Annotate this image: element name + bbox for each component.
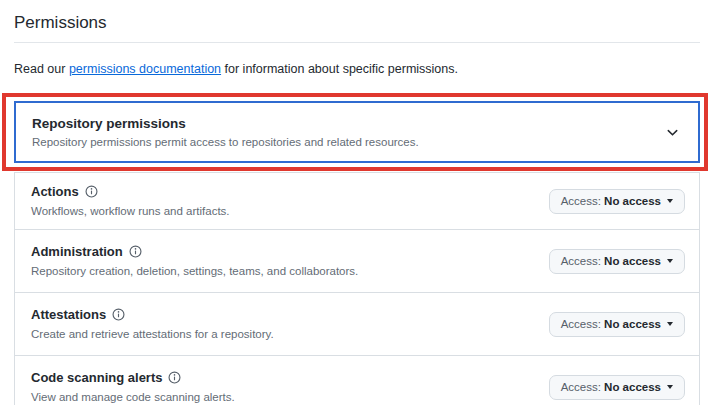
- access-value: No access: [604, 195, 661, 207]
- permission-info: Attestations Create and retrieve attesta…: [31, 307, 274, 342]
- page-title: Permissions: [14, 0, 700, 43]
- access-dropdown[interactable]: Access: No access: [549, 375, 685, 400]
- intro-text-before: Read our: [14, 62, 69, 76]
- access-value: No access: [604, 318, 661, 330]
- caret-down-icon: [667, 199, 673, 203]
- info-icon[interactable]: [85, 185, 98, 198]
- info-icon[interactable]: [129, 245, 142, 258]
- access-label: Access:: [561, 195, 601, 207]
- caret-down-icon: [667, 385, 673, 389]
- intro-text: Read our permissions documentation for i…: [14, 61, 700, 77]
- caret-down-icon: [667, 259, 673, 263]
- permission-description: Workflows, workflow runs and artifacts.: [31, 204, 230, 219]
- access-label: Access:: [561, 381, 601, 393]
- repository-permissions-text: Repository permissions Repository permis…: [32, 115, 419, 150]
- access-dropdown[interactable]: Access: No access: [549, 189, 685, 214]
- repository-permissions-description: Repository permissions permit access to …: [32, 135, 419, 150]
- permissions-documentation-link[interactable]: permissions documentation: [69, 62, 221, 76]
- info-icon[interactable]: [112, 308, 125, 321]
- permission-row-attestations: Attestations Create and retrieve attesta…: [15, 292, 699, 355]
- access-value: No access: [604, 255, 661, 267]
- permission-description: View and manage code scanning alerts.: [31, 390, 235, 405]
- chevron-down-icon: [665, 125, 680, 140]
- intro-text-after: for information about specific permissio…: [221, 62, 458, 76]
- permission-title: Administration: [31, 244, 123, 260]
- permission-row-code-scanning-alerts: Code scanning alerts View and manage cod…: [15, 355, 699, 405]
- permissions-page: Permissions Read our permissions documen…: [0, 0, 720, 405]
- repository-permissions-title: Repository permissions: [32, 115, 419, 132]
- permission-info: Code scanning alerts View and manage cod…: [31, 370, 235, 405]
- permission-description: Create and retrieve attestations for a r…: [31, 327, 274, 342]
- access-label: Access:: [561, 255, 601, 267]
- permission-description: Repository creation, deletion, settings,…: [31, 264, 358, 279]
- permission-title: Actions: [31, 184, 79, 200]
- repository-permissions-toggle[interactable]: Repository permissions Repository permis…: [14, 101, 700, 163]
- access-label: Access:: [561, 318, 601, 330]
- permission-title: Attestations: [31, 307, 106, 323]
- permission-info: Administration Repository creation, dele…: [31, 244, 358, 279]
- permission-info: Actions Workflows, workflow runs and art…: [31, 184, 230, 219]
- permission-row-actions: Actions Workflows, workflow runs and art…: [15, 173, 699, 229]
- permissions-list: Actions Workflows, workflow runs and art…: [14, 172, 700, 405]
- repository-permissions-section: Repository permissions Repository permis…: [14, 101, 700, 163]
- permission-title: Code scanning alerts: [31, 370, 162, 386]
- access-dropdown[interactable]: Access: No access: [549, 249, 685, 274]
- permission-row-administration: Administration Repository creation, dele…: [15, 229, 699, 292]
- caret-down-icon: [667, 322, 673, 326]
- info-icon[interactable]: [168, 371, 181, 384]
- access-value: No access: [604, 381, 661, 393]
- access-dropdown[interactable]: Access: No access: [549, 312, 685, 337]
